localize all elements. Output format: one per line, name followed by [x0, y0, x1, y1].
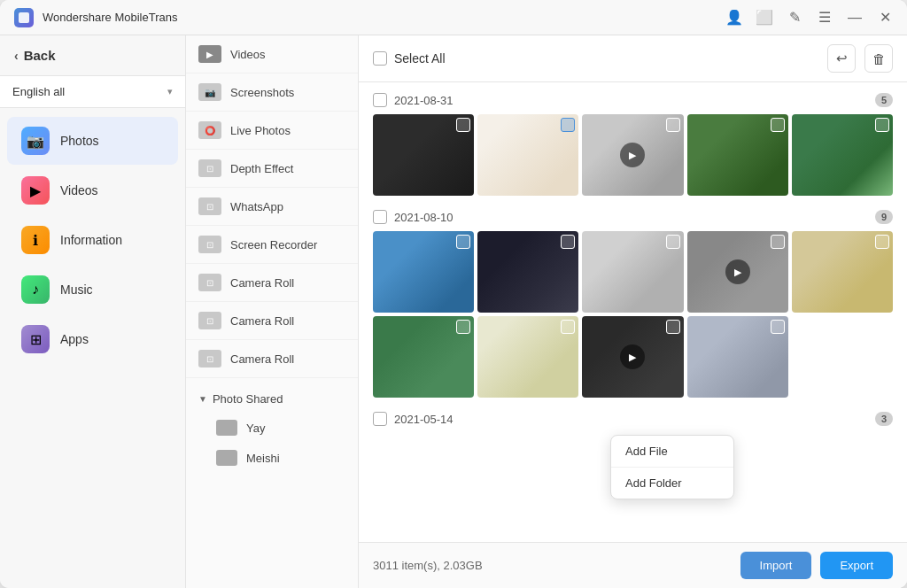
photo-checkbox[interactable]	[456, 235, 470, 249]
category-camera-roll-1[interactable]: ⊡ Camera Roll	[186, 264, 358, 302]
device-select[interactable]: English all ▾	[0, 76, 185, 108]
sidebar-item-apps[interactable]: ⊞ Apps	[7, 315, 178, 363]
title-bar-left: Wondershare MobileTrans	[14, 8, 177, 27]
photo-cell[interactable]	[792, 114, 893, 196]
photo-checkbox[interactable]	[666, 118, 680, 132]
close-button[interactable]: ✕	[877, 10, 893, 26]
date-group-1: 2021-08-31 5 ▶	[373, 93, 893, 196]
app-title: Wondershare MobileTrans	[43, 11, 177, 24]
sidebar-item-information[interactable]: ℹ Information	[7, 216, 178, 264]
category-screenshots-label: Screenshots	[230, 86, 294, 99]
whatsapp-icon: ⊡	[198, 197, 221, 215]
photo-checkbox[interactable]	[666, 320, 680, 334]
category-panel: ▶ Videos 📷 Screenshots ⭕ Live Photos ⊡ D…	[186, 35, 359, 588]
bottom-actions: Import Export	[740, 552, 893, 579]
photo-cell[interactable]	[687, 316, 788, 398]
camera-roll-3-icon: ⊡	[198, 350, 221, 368]
photo-checkbox[interactable]	[561, 118, 575, 132]
context-menu-add-file[interactable]: Add File	[611, 436, 733, 468]
photo-cell[interactable]	[582, 231, 683, 313]
app-icon	[14, 8, 34, 27]
date-row-1: 2021-08-31 5	[373, 93, 893, 107]
category-depth-effect[interactable]: ⊡ Depth Effect	[186, 150, 358, 188]
main-content: Select All ↩ 🗑 2021-08-31	[359, 35, 907, 588]
photo-checkbox[interactable]	[456, 118, 470, 132]
photo-checkbox[interactable]	[456, 320, 470, 334]
screenshots-icon: 📷	[198, 83, 221, 101]
date-checkbox-1[interactable]	[373, 93, 387, 107]
square-icon[interactable]: ⬜	[756, 10, 772, 26]
sidebar-label-apps: Apps	[60, 332, 89, 346]
device-chevron-icon: ▾	[167, 86, 173, 97]
photo-shared-header[interactable]: ▼ Photo Shared	[198, 385, 345, 413]
photo-cell[interactable]	[477, 316, 578, 398]
delete-button[interactable]: 🗑	[864, 44, 893, 73]
category-videos[interactable]: ▶ Videos	[186, 35, 358, 74]
category-screenshots[interactable]: 📷 Screenshots	[186, 74, 358, 112]
back-button[interactable]: ‹ Back	[0, 35, 185, 76]
category-screen-recorder[interactable]: ⊡ Screen Recorder	[186, 226, 358, 264]
photo-cell[interactable]: ▶	[582, 114, 683, 196]
photo-cell[interactable]	[792, 231, 893, 313]
title-bar: Wondershare MobileTrans 👤 ⬜ ✎ ☰ — ✕	[0, 0, 907, 35]
person-icon[interactable]: 👤	[726, 10, 742, 26]
category-camera-roll-2[interactable]: ⊡ Camera Roll	[186, 302, 358, 340]
sidebar-label-information: Information	[60, 233, 122, 247]
date-label-1: 2021-08-31	[394, 94, 454, 107]
photo-cell[interactable]	[373, 231, 474, 313]
photo-checkbox[interactable]	[771, 320, 785, 334]
minimize-button[interactable]: —	[847, 10, 863, 26]
category-live-photos[interactable]: ⭕ Live Photos	[186, 112, 358, 150]
photo-cell[interactable]: ▶	[687, 231, 788, 313]
photo-cell[interactable]: ▶	[582, 316, 683, 398]
photo-cell[interactable]	[477, 231, 578, 313]
category-camera-roll-3[interactable]: ⊡ Camera Roll	[186, 340, 358, 378]
sidebar-item-music[interactable]: ♪ Music	[7, 266, 178, 313]
photo-cell[interactable]	[687, 114, 788, 196]
category-camera-roll-1-label: Camera Roll	[230, 276, 294, 290]
photo-shared-sub: Yay Meishi	[198, 413, 345, 473]
context-menu-add-folder[interactable]: Add Folder	[611, 468, 733, 499]
export-button[interactable]: Export	[820, 552, 893, 579]
photo-checkbox[interactable]	[771, 118, 785, 132]
back-label: Back	[24, 48, 56, 63]
item-count: 3011 item(s), 2.03GB	[373, 559, 483, 572]
category-videos-label: Videos	[230, 48, 266, 61]
category-camera-roll-2-label: Camera Roll	[230, 314, 294, 328]
context-menu: Add File Add Folder	[610, 435, 734, 499]
photo-checkbox[interactable]	[666, 235, 680, 249]
photo-checkbox[interactable]	[875, 235, 889, 249]
live-photos-icon: ⭕	[198, 121, 221, 139]
photo-cell[interactable]	[373, 316, 474, 398]
photo-shared-yay[interactable]: Yay	[213, 413, 345, 443]
date-row-left-3: 2021-05-14	[373, 412, 454, 426]
photo-checkbox[interactable]	[561, 320, 575, 334]
sidebar-item-videos[interactable]: ▶ Videos	[7, 166, 178, 214]
photo-cell[interactable]	[477, 114, 578, 196]
date-checkbox-2[interactable]	[373, 210, 387, 224]
category-whatsapp[interactable]: ⊡ WhatsApp	[186, 188, 358, 226]
camera-roll-2-icon: ⊡	[198, 312, 221, 329]
window-controls: 👤 ⬜ ✎ ☰ — ✕	[726, 10, 893, 26]
photo-cell[interactable]	[373, 114, 474, 196]
date-checkbox-3[interactable]	[373, 412, 387, 426]
yay-icon	[216, 420, 237, 436]
photo-checkbox[interactable]	[771, 235, 785, 249]
edit-icon[interactable]: ✎	[787, 10, 802, 26]
photo-checkbox[interactable]	[561, 235, 575, 249]
menu-icon[interactable]: ☰	[817, 10, 833, 26]
category-depth-effect-label: Depth Effect	[230, 162, 293, 175]
sidebar-item-photos[interactable]: 📷 Photos	[7, 117, 178, 165]
select-all-row: Select All	[373, 51, 446, 66]
photo-shared-meishi[interactable]: Meishi	[213, 443, 345, 473]
music-icon: ♪	[21, 275, 50, 304]
left-sidebar: ‹ Back English all ▾ 📷 Photos ▶ Videos ℹ…	[0, 35, 186, 588]
date-label-2: 2021-08-10	[394, 211, 454, 224]
undo-button[interactable]: ↩	[827, 44, 856, 73]
main-toolbar: Select All ↩ 🗑	[359, 35, 907, 82]
photo-checkbox[interactable]	[875, 118, 889, 132]
date-label-3: 2021-05-14	[394, 413, 454, 426]
import-button[interactable]: Import	[740, 552, 812, 579]
yay-label: Yay	[246, 422, 265, 435]
select-all-checkbox[interactable]	[373, 51, 387, 66]
